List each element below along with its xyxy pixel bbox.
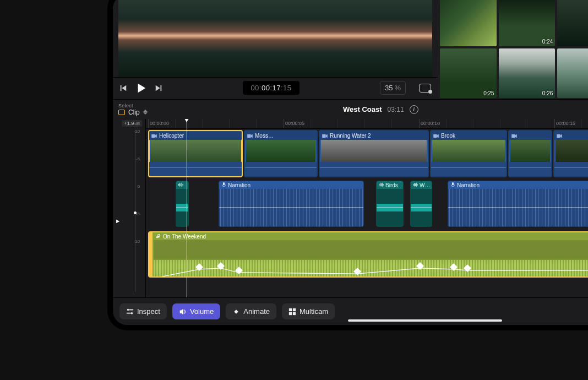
- mic-icon: [221, 182, 226, 188]
- next-clip-button[interactable]: [155, 84, 162, 92]
- db-readout: +1.9dB: [122, 120, 142, 127]
- video-clip[interactable]: Moss…: [244, 130, 318, 177]
- svg-rect-5: [151, 134, 155, 138]
- clip-audio-wave: [245, 162, 317, 176]
- ruler-label: 00:00:05: [284, 121, 304, 126]
- svg-rect-41: [235, 310, 238, 313]
- waveform-icon: [413, 182, 418, 188]
- clip-thumbnail: [246, 140, 315, 163]
- camera-icon: [557, 131, 562, 140]
- svg-rect-17: [178, 184, 179, 186]
- clip-waveform: [448, 189, 588, 226]
- keyframe-icon: [232, 308, 240, 316]
- inspect-button[interactable]: Inspect: [119, 303, 167, 319]
- svg-rect-42: [289, 308, 292, 311]
- clip-name: Brook: [441, 133, 455, 139]
- svg-rect-30: [414, 183, 415, 186]
- media-thumb[interactable]: 0:24: [499, 0, 556, 46]
- clip-audio-wave: [509, 162, 551, 176]
- info-icon[interactable]: i: [410, 105, 418, 114]
- thumb-duration: 0:24: [542, 39, 553, 45]
- clip-thumbnail: [150, 140, 241, 163]
- clip-waveform: [219, 189, 363, 226]
- pip-icon[interactable]: [419, 84, 431, 93]
- svg-rect-32: [416, 182, 417, 187]
- camera-icon: [247, 131, 253, 140]
- transport-bar: 00:00:17:15 35%: [113, 77, 438, 98]
- tc-frames: :15: [281, 84, 292, 92]
- ruler-label: 00:00:00: [148, 121, 169, 126]
- video-clip[interactable]: Brook: [430, 130, 507, 177]
- media-thumb[interactable]: [557, 48, 588, 98]
- tc-main: 00:17: [262, 84, 281, 92]
- svg-rect-18: [179, 183, 180, 186]
- sort-arrows-icon: [143, 110, 148, 115]
- video-clip[interactable]: [553, 130, 588, 177]
- sliders-icon: [126, 308, 134, 316]
- ruler-label: 00:00:15: [554, 121, 575, 126]
- zoom-readout[interactable]: 35%: [380, 81, 406, 95]
- camera-icon: [511, 131, 517, 140]
- music-lane: On The Weekend: [146, 231, 588, 280]
- video-clip[interactable]: Running Water 2: [319, 130, 429, 177]
- clip-thumbnail: [432, 140, 505, 163]
- svg-rect-43: [293, 308, 296, 311]
- media-thumb[interactable]: 0:07: [557, 0, 588, 46]
- svg-marker-8: [251, 134, 253, 138]
- media-thumb[interactable]: [440, 0, 497, 46]
- svg-marker-4: [156, 85, 160, 91]
- svg-rect-25: [380, 183, 380, 186]
- project-duration: 03:11: [388, 106, 404, 113]
- clip-audio-wave: [554, 162, 588, 176]
- clip-waveform: [411, 189, 432, 226]
- meter-tick-label: 0: [138, 184, 140, 189]
- clip-name: Birds: [385, 182, 398, 188]
- volume-button[interactable]: Volume: [172, 303, 220, 319]
- svg-rect-33: [417, 184, 418, 186]
- animate-button[interactable]: Animate: [226, 303, 276, 319]
- svg-rect-22: [223, 182, 225, 185]
- svg-rect-45: [293, 312, 296, 314]
- time-ruler[interactable]: 00:00:0000:00:0500:00:1000:00:15: [146, 119, 588, 129]
- clip-audio-wave: [320, 162, 428, 176]
- home-indicator[interactable]: [348, 319, 502, 322]
- media-browser[interactable]: 0:240:070:250:26: [438, 0, 588, 99]
- svg-rect-27: [382, 182, 383, 187]
- music-note-icon: [156, 234, 161, 240]
- tracks-area[interactable]: 00:00:0000:00:0500:00:1000:00:15 Helicop…: [146, 119, 588, 297]
- select-mode[interactable]: Select Clip: [118, 103, 148, 116]
- play-button[interactable]: [135, 82, 147, 94]
- media-thumb[interactable]: 0:25: [440, 48, 497, 98]
- mic-icon: [450, 182, 455, 188]
- meter-scale: [135, 130, 135, 292]
- svg-rect-34: [452, 182, 454, 185]
- svg-rect-44: [289, 312, 292, 314]
- speaker-icon: [179, 308, 187, 316]
- svg-marker-6: [155, 134, 157, 138]
- svg-rect-20: [182, 182, 182, 187]
- meter-playhead-icon: ▶: [116, 219, 119, 224]
- video-clip[interactable]: Helicopter: [148, 130, 243, 177]
- svg-rect-35: [453, 186, 453, 187]
- svg-rect-39: [127, 312, 131, 313]
- clip-name: Helicopter: [159, 133, 184, 139]
- svg-rect-37: [129, 309, 133, 310]
- audio-meter[interactable]: +1.9dB -10-50-5-10 ▶: [113, 119, 146, 297]
- preview-viewport[interactable]: [118, 0, 432, 77]
- media-thumb[interactable]: 0:26: [499, 48, 556, 98]
- playhead[interactable]: [187, 119, 187, 297]
- prev-clip-button[interactable]: [119, 84, 127, 92]
- music-clip[interactable]: On The Weekend: [148, 231, 588, 278]
- meter-tick-label: -10: [133, 239, 140, 244]
- timecode-display[interactable]: 00:00:17:15: [243, 81, 299, 95]
- svg-rect-31: [415, 183, 416, 186]
- video-clip[interactable]: [508, 130, 552, 177]
- sfx-clip[interactable]: W…: [410, 181, 432, 227]
- narration-clip[interactable]: Narration: [448, 181, 588, 227]
- multicam-button[interactable]: Multicam: [282, 303, 335, 319]
- zoom-value: 35: [385, 84, 393, 92]
- sfx-clip[interactable]: Birds: [376, 181, 404, 227]
- project-title: West Coast: [343, 105, 382, 113]
- narration-clip[interactable]: Narration: [219, 181, 364, 227]
- clip-thumbnail: [556, 140, 588, 163]
